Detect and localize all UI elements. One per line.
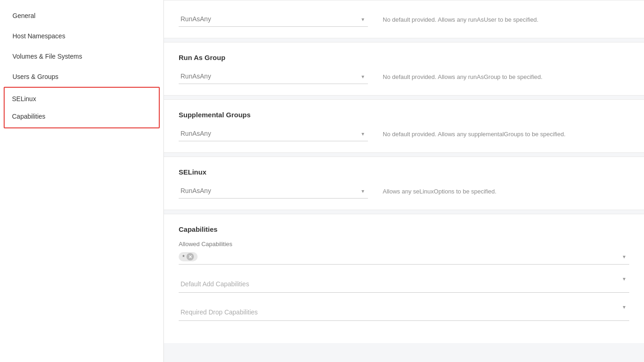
required-drop-capabilities-chevron-icon: ▾ bbox=[623, 304, 626, 310]
main-content: RunAsAny ▾ No default provided. Allows a… bbox=[164, 0, 644, 362]
supplemental-groups-dropdown[interactable]: RunAsAny bbox=[179, 126, 368, 141]
allowed-capabilities-input[interactable]: * ✕ ▾ bbox=[179, 252, 629, 265]
required-drop-capabilities-dropdown[interactable]: Required Drop Capabilities bbox=[179, 304, 629, 321]
sidebar-item-volumes-file-systems[interactable]: Volumes & File Systems bbox=[0, 46, 163, 66]
capabilities-title: Capabilities bbox=[179, 225, 629, 233]
capabilities-section: Capabilities Allowed Capabilities * ✕ ▾ … bbox=[164, 214, 644, 343]
run-as-group-dropdown[interactable]: RunAsAny bbox=[179, 69, 368, 84]
sidebar-item-users-groups[interactable]: Users & Groups bbox=[0, 66, 163, 87]
top-dropdown-wrapper[interactable]: RunAsAny ▾ bbox=[179, 12, 368, 27]
selinux-section: SELinux RunAsAny ▾ Allows any seLinuxOpt… bbox=[164, 157, 644, 210]
allowed-capabilities-chevron-icon: ▾ bbox=[623, 253, 626, 260]
supplemental-groups-dropdown-wrapper[interactable]: RunAsAny ▾ bbox=[179, 126, 368, 141]
allowed-capabilities-subsection: Allowed Capabilities * ✕ ▾ bbox=[179, 241, 629, 265]
default-add-capabilities-dropdown[interactable]: Default Add Capabilities bbox=[179, 276, 629, 293]
run-as-group-dropdown-wrapper[interactable]: RunAsAny ▾ bbox=[179, 69, 368, 84]
sidebar: General Host Namespaces Volumes & File S… bbox=[0, 0, 164, 362]
top-description: No default provided. Allows any runAsUse… bbox=[383, 12, 629, 23]
run-as-group-description: No default provided. Allows any runAsGro… bbox=[383, 69, 629, 80]
top-section: RunAsAny ▾ No default provided. Allows a… bbox=[164, 0, 644, 38]
selinux-title: SELinux bbox=[179, 168, 629, 176]
sidebar-item-general[interactable]: General bbox=[0, 6, 163, 26]
supplemental-groups-section: Supplemental Groups RunAsAny ▾ No defaul… bbox=[164, 99, 644, 153]
required-drop-capabilities-wrapper[interactable]: Required Drop Capabilities ▾ bbox=[179, 304, 629, 321]
top-dropdown[interactable]: RunAsAny bbox=[179, 12, 368, 27]
sidebar-item-selinux[interactable]: SELinux bbox=[12, 92, 151, 105]
allowed-capabilities-label: Allowed Capabilities bbox=[179, 241, 629, 247]
sidebar-item-selinux-capabilities-group: SELinux Capabilities bbox=[4, 87, 160, 128]
required-drop-capabilities-subsection: Required Drop Capabilities ▾ bbox=[179, 304, 629, 321]
allowed-capabilities-tag: * ✕ bbox=[179, 252, 198, 261]
supplemental-groups-description: No default provided. Allows any suppleme… bbox=[383, 126, 629, 138]
run-as-group-section: Run As Group RunAsAny ▾ No default provi… bbox=[164, 42, 644, 96]
tag-value: * bbox=[182, 253, 185, 260]
selinux-dropdown[interactable]: RunAsAny bbox=[179, 183, 368, 199]
supplemental-groups-title: Supplemental Groups bbox=[179, 111, 629, 119]
sidebar-item-capabilities[interactable]: Capabilities bbox=[12, 110, 151, 123]
tag-close-button[interactable]: ✕ bbox=[187, 253, 194, 260]
default-add-capabilities-chevron-icon: ▾ bbox=[623, 276, 626, 282]
sidebar-item-host-namespaces[interactable]: Host Namespaces bbox=[0, 26, 163, 46]
default-add-capabilities-wrapper[interactable]: Default Add Capabilities ▾ bbox=[179, 276, 629, 293]
selinux-dropdown-wrapper[interactable]: RunAsAny ▾ bbox=[179, 183, 368, 199]
default-add-capabilities-subsection: Default Add Capabilities ▾ bbox=[179, 276, 629, 293]
selinux-description: Allows any seLinuxOptions to be specifie… bbox=[383, 183, 629, 195]
run-as-group-title: Run As Group bbox=[179, 54, 629, 61]
